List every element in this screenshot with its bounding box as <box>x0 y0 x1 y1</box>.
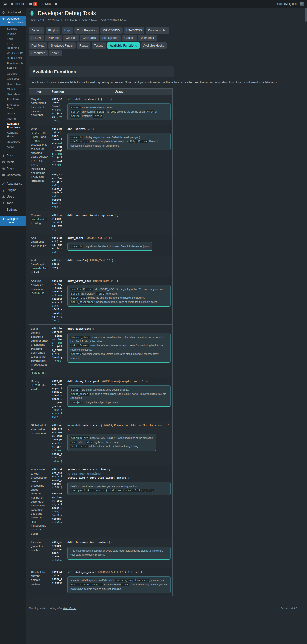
submenu-item-plugins[interactable]: Plugins <box>0 32 26 37</box>
submenu-item-testing[interactable]: Testing <box>0 116 26 122</box>
submenu-item-shortcode-finder[interactable]: Shortcode Finder <box>0 102 26 111</box>
item-cell: Convert var_dump() to string <box>29 211 50 234</box>
function-signature: ddtt_console( $msg ) <box>52 258 63 269</box>
inline-code: $backtrace <box>70 296 86 299</box>
sidebar-item-pages[interactable]: Pages <box>0 166 26 172</box>
item-cell: Only do something if the current user is… <box>29 95 50 124</box>
sidebar-item-developer-debug-tools[interactable]: Developer Debug Tools <box>0 16 26 26</box>
submenu-item-site-options[interactable]: Site Options <box>0 82 26 87</box>
function-cell: ddtt_backtrace( $ignore_class = null, $s… <box>50 324 65 377</box>
meta-separator: | <box>46 18 46 21</box>
tab-logs[interactable]: Logs <box>62 27 73 34</box>
page-description: The following functions are available to… <box>29 80 298 85</box>
tab-available-functions[interactable]: Available Functions <box>107 42 140 49</box>
note-line: $pretty: whether you want a comma separa… <box>70 352 168 360</box>
sidebar-item-label: Comments <box>7 173 21 177</box>
sidebar-item-settings[interactable]: Settings <box>0 206 26 213</box>
usage-code: ddtt_increase_test_number(); <box>67 540 171 544</box>
submenu-item-error-reporting[interactable]: Error Reporting <box>0 42 26 51</box>
submenu-item-htaccess[interactable]: HTACCESS <box>0 56 26 61</box>
submenu-item-post-meta[interactable]: Post Meta <box>0 97 26 102</box>
tab-wp-config[interactable]: WP-CONFIG <box>100 27 123 34</box>
inline-code: $email <box>96 110 106 113</box>
sidebar-item-tools[interactable]: Tools <box>0 200 26 206</box>
gauge-icon <box>2 11 5 14</box>
sidebar-item-comments[interactable]: Comments <box>0 172 26 178</box>
admin-bar-left: Test site 0 New <box>3 2 57 6</box>
tab-cron-jobs[interactable]: Cron Jobs <box>80 35 99 41</box>
tab-globals[interactable]: Globals <box>122 35 137 41</box>
submenu-item-resources[interactable]: Resources <box>0 139 26 144</box>
tab-about[interactable]: About <box>49 50 62 56</box>
submenu-item-logs[interactable]: Logs <box>0 36 26 42</box>
submenu-item-available-functions[interactable]: Available Functions <box>0 122 26 130</box>
tab-plugins[interactable]: Plugins <box>45 27 60 34</box>
tab-php-ini[interactable]: PHP.INI <box>29 35 44 41</box>
comments-menu[interactable]: 0 <box>29 2 37 6</box>
inline-code: String <box>70 114 81 118</box>
tab-user-meta[interactable]: User Meta <box>138 35 157 41</box>
tab-htaccess[interactable]: HTACCESS <box>124 27 144 34</box>
pages-icon <box>2 167 5 170</box>
function-cell: ddtt_is_site( $site_to_check ) <box>50 568 65 596</box>
note-line: Useful to count seconds per item you are… <box>70 484 168 493</box>
submenu-item-cookies[interactable]: Cookies <box>0 71 26 76</box>
meta-part: WP 6.4.3 <box>48 18 59 21</box>
sidebar-item-label: Pages <box>7 167 15 170</box>
usage-note: $user_id: only shows the alert to this u… <box>67 242 152 251</box>
inline-code: $sec_per_link = round( ( $total_time / $… <box>70 489 154 492</box>
function-signature: ddtt_backtrace( $ignore_class = null, $s… <box>52 327 63 366</box>
tab-error-reporting[interactable]: Error Reporting <box>74 27 99 34</box>
code-line: $start = ddtt_start_timer(); <box>67 468 171 472</box>
sidebar-item-dashboard[interactable]: Dashboard <box>0 9 26 16</box>
new-content-label: New <box>45 2 51 6</box>
submenu-item-about[interactable]: About <box>0 144 26 150</box>
inline-code: $email <box>70 106 81 109</box>
submenu-item-user-meta[interactable]: User Meta <box>0 92 26 97</box>
section-heading: Available Functions <box>32 69 171 74</box>
tab-settings[interactable]: Settings <box>29 27 44 34</box>
scrollbar-thumb[interactable] <box>305 8 307 22</box>
admin-bar-right: (User ID: 1) user <box>276 2 304 6</box>
inline-code: $_POST <box>31 384 41 387</box>
tab-site-options[interactable]: Site Options <box>100 35 121 41</box>
tab-post-meta[interactable]: Post Meta <box>29 42 47 49</box>
submenu-item-settings[interactable]: Settings <box>0 26 26 32</box>
tab-available-hooks[interactable]: Available Hooks <box>141 42 167 49</box>
wordpress-link[interactable]: WordPress <box>63 607 76 610</box>
wordpress-logo-menu[interactable] <box>3 2 7 6</box>
tab-resources[interactable]: Resources <box>29 50 48 56</box>
function-signature: ddtt_print_r( $var, $user_id = null, $le… <box>52 127 63 170</box>
tab-php-info[interactable]: PHP Info <box>45 35 62 41</box>
submenu-item-wp-config[interactable]: WP-CONFIG <box>0 51 26 56</box>
tab-functions-php[interactable]: Functions.php <box>146 27 169 34</box>
sidebar-item-appearance[interactable]: Appearance <box>0 180 26 187</box>
sidebar-item-media[interactable]: Media <box>0 159 26 166</box>
site-name-menu[interactable]: Test site <box>10 2 25 6</box>
my-account-menu[interactable]: (User ID: 1) user <box>276 2 304 6</box>
sidebar-item-plugins[interactable]: Plugins <box>0 187 26 194</box>
tab-testing[interactable]: Testing <box>92 42 106 49</box>
submenu-item-php-ini[interactable]: PHP.INI <box>0 66 26 71</box>
submenu-item-regex[interactable]: Regex <box>0 111 26 116</box>
user-icon <box>2 195 5 198</box>
tab-regex[interactable]: Regex <box>77 42 90 49</box>
chat-menu[interactable] <box>54 2 57 6</box>
new-content-menu[interactable]: New <box>41 2 51 6</box>
usage-note: $include_pre: adds "ADMIN ERROR: " to th… <box>67 434 156 451</box>
submenu-item-available-hooks[interactable]: Available Hooks <box>0 130 26 139</box>
submenu-item-globals[interactable]: Globals <box>0 87 26 92</box>
plug-icon <box>2 189 5 192</box>
collapse-menu-button[interactable]: Collapse menu <box>0 216 26 226</box>
tab-cookies[interactable]: Cookies <box>63 35 79 41</box>
inline-code: $hide_error <box>70 445 87 448</box>
usage-code: if ( ddtt_is_dev() ) { ... } <box>67 97 171 101</box>
comments-count-badge: 0 <box>33 2 37 6</box>
submenu-item-functions-php[interactable]: Functions.php <box>0 61 26 66</box>
tab-shortcode-finder[interactable]: Shortcode Finder <box>48 42 75 49</box>
sidebar-item-posts[interactable]: Posts <box>0 152 26 159</box>
submenu-item-cron-jobs[interactable]: Cron Jobs <box>0 76 26 82</box>
sidebar-item-users[interactable]: Users <box>0 194 26 200</box>
comment-bubble-icon <box>2 174 5 177</box>
note-line: $array: only works if $email is true, re… <box>70 110 168 118</box>
